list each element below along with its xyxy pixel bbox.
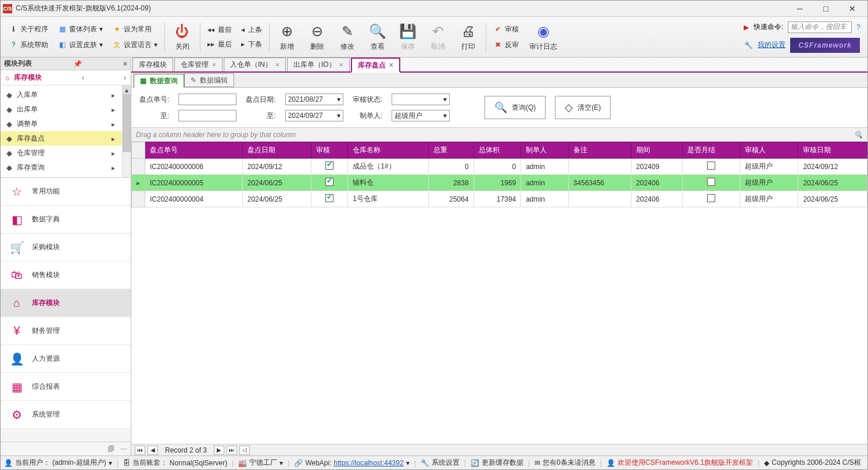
- sidebar-item[interactable]: ◆入库单▸: [1, 88, 122, 102]
- checkbox[interactable]: [707, 178, 715, 186]
- close-window-button[interactable]: ✕: [839, 1, 865, 17]
- help-button[interactable]: ?系统帮助: [6, 39, 51, 51]
- tab[interactable]: 库存模块: [132, 58, 173, 71]
- table-row[interactable]: IC2024000000042024/06/251号仓库2506417394ad…: [132, 191, 867, 207]
- sidebar-module[interactable]: ◧数据字典: [1, 206, 131, 234]
- sidebar-scrollbar[interactable]: ▴: [122, 85, 131, 177]
- group-hint-bar[interactable]: Drag a column header here to group by th…: [131, 128, 867, 142]
- dropdown-icon[interactable]: ▾: [406, 459, 410, 467]
- subtab[interactable]: ✎数据编辑: [184, 73, 234, 87]
- status-msg[interactable]: 您有0条未读消息: [543, 458, 596, 468]
- sidebar-module[interactable]: ☆常用功能: [1, 178, 131, 206]
- column-header[interactable]: 是否月结: [682, 142, 740, 159]
- column-header[interactable]: 总重: [429, 142, 474, 159]
- sidebar-category[interactable]: ⌂ 库存模块 ‹ ›: [1, 70, 131, 85]
- dropdown-icon[interactable]: ▾: [109, 459, 112, 467]
- tab-close-icon[interactable]: ×: [212, 61, 216, 69]
- sidebar-module[interactable]: ¥财务管理: [1, 317, 131, 345]
- sidebar-item[interactable]: ◆仓库管理▸: [1, 146, 122, 160]
- subtab[interactable]: ▦数据查询: [134, 74, 184, 88]
- cancel-button[interactable]: ↶取消: [423, 17, 453, 57]
- status-webapi[interactable]: https://localhost:44392: [334, 459, 404, 467]
- maximize-button[interactable]: □: [813, 1, 839, 17]
- quick-command-input[interactable]: 输入命令，按回车: [788, 21, 852, 33]
- search-icon[interactable]: 🔍: [854, 131, 863, 139]
- edit-button[interactable]: ✎修改: [332, 17, 363, 57]
- minimize-button[interactable]: ─: [787, 1, 813, 17]
- delete-button[interactable]: ⊖删除: [302, 17, 332, 57]
- print-button[interactable]: 🖨打印: [453, 17, 483, 57]
- pager-next[interactable]: ▶: [214, 446, 224, 455]
- skin-button[interactable]: ◧设置皮肤▾: [55, 39, 105, 51]
- pager-last[interactable]: ⏭: [227, 446, 237, 455]
- pager-first[interactable]: ⏮: [135, 446, 145, 455]
- status-refresh[interactable]: 更新缓存数据: [482, 458, 523, 468]
- unaudit-button[interactable]: ✖反审: [491, 39, 521, 51]
- column-header[interactable]: 总体积: [474, 142, 521, 159]
- save-button[interactable]: 💾保存: [393, 17, 423, 57]
- table-row[interactable]: IC2024000000062024/09/12成品仓（1#）00admin20…: [132, 159, 867, 175]
- sidebar-module[interactable]: ⌂库存模块: [1, 289, 131, 317]
- checkbox[interactable]: [707, 194, 715, 202]
- filter-date-from[interactable]: 2021/08/27▾: [285, 94, 343, 105]
- lang-button[interactable]: 文设置语言▾: [110, 39, 160, 51]
- my-settings-link[interactable]: 我的设置: [758, 40, 785, 50]
- column-header[interactable]: 仓库名称: [348, 142, 429, 159]
- checkbox[interactable]: [325, 162, 333, 170]
- close-panel-icon[interactable]: ×: [123, 60, 127, 68]
- sidebar-module[interactable]: 👤人力资源: [1, 345, 131, 373]
- checkbox[interactable]: [325, 178, 333, 186]
- close-button[interactable]: ⏻ 关闭: [167, 17, 198, 57]
- filter-date-to[interactable]: 2024/09/27▾: [285, 110, 343, 121]
- tab[interactable]: 仓库管理×: [174, 58, 223, 71]
- nav-next[interactable]: ▸下条: [241, 40, 262, 49]
- pin-icon[interactable]: 📌: [73, 60, 82, 68]
- column-header[interactable]: 审核日期: [798, 142, 867, 159]
- dropdown-icon[interactable]: ▾: [279, 459, 283, 467]
- add-button[interactable]: ⊕新增: [272, 17, 302, 57]
- sidebar-module[interactable]: 🛒采购模块: [1, 234, 131, 261]
- tab-close-icon[interactable]: ×: [339, 61, 343, 69]
- tab-close-icon[interactable]: ×: [389, 61, 393, 69]
- tab[interactable]: 出库单（IO）×: [287, 58, 350, 71]
- data-grid[interactable]: 盘点单号盘点日期审核仓库名称总重总体积制单人备注期间是否月结审核人审核日期IC2…: [131, 142, 867, 444]
- forms-list-button[interactable]: ▦窗体列表▾: [55, 23, 105, 35]
- nav-last[interactable]: ▸▸最后: [207, 40, 232, 49]
- sidebar-item[interactable]: ◆库存盘点▸: [1, 131, 122, 146]
- audit-log-button[interactable]: ◉ 审计日志: [523, 17, 563, 57]
- filter-status[interactable]: ▾: [392, 94, 450, 105]
- table-row[interactable]: ▸IC2024000000052024/06/25辅料仓28381969admi…: [132, 175, 867, 191]
- status-sys[interactable]: 系统设置: [432, 458, 460, 468]
- nav-prev[interactable]: ◂上条: [241, 25, 262, 35]
- about-button[interactable]: ℹ关于程序: [6, 23, 51, 35]
- more-icon[interactable]: ⋯: [120, 445, 127, 453]
- query-button[interactable]: 🔍查询(Q): [485, 96, 546, 119]
- favorite-button[interactable]: ★设为常用: [110, 23, 160, 35]
- clear-button[interactable]: ◇清空(E): [555, 96, 611, 119]
- column-header[interactable]: 盘点单号: [145, 142, 243, 159]
- pager-prev[interactable]: ◀: [148, 446, 158, 455]
- column-header[interactable]: 审核人: [740, 142, 798, 159]
- tab[interactable]: 入仓单（IN）×: [224, 58, 286, 71]
- nav-first[interactable]: ◂◂最前: [207, 25, 232, 35]
- filter-maker[interactable]: 超级用户▾: [392, 110, 450, 121]
- help-circle-icon[interactable]: ?: [856, 23, 860, 31]
- column-header[interactable]: 制单人: [521, 142, 568, 159]
- sidebar-item[interactable]: ◆出库单▸: [1, 102, 122, 117]
- tab[interactable]: 库存盘点×: [351, 58, 400, 73]
- sidebar-item[interactable]: ◆库存查询▸: [1, 160, 122, 175]
- filter-docno-to-input[interactable]: [178, 110, 236, 121]
- sidebar-module[interactable]: ⚙系统管理: [1, 401, 131, 429]
- checkbox[interactable]: [707, 162, 715, 170]
- scroll-thumb[interactable]: [123, 94, 131, 152]
- checkbox[interactable]: [325, 194, 333, 202]
- scroll-up-icon[interactable]: ▴: [123, 85, 131, 94]
- sidebar-module[interactable]: ▦综合报表: [1, 373, 131, 401]
- column-header[interactable]: 审核: [311, 142, 348, 159]
- filter-docno-input[interactable]: [178, 94, 236, 105]
- column-header[interactable]: 备注: [568, 142, 631, 159]
- pager-back[interactable]: ◁: [239, 446, 250, 455]
- tab-close-icon[interactable]: ×: [275, 61, 279, 69]
- sidebar-module[interactable]: 🛍销售模块: [1, 261, 131, 289]
- view-button[interactable]: 🔍查看: [363, 17, 393, 57]
